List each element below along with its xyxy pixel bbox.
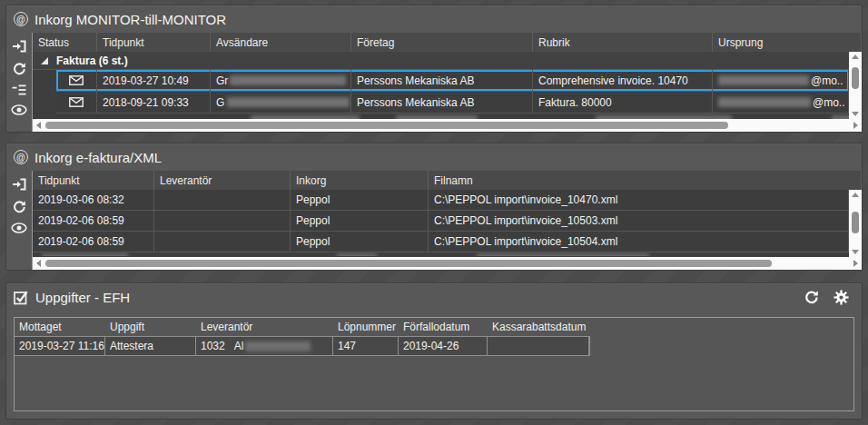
xml-grid-header: Tidpunkt Leverantör Inkorg Filnamn — [33, 171, 862, 190]
inkorg-cell: Peppol — [291, 211, 429, 231]
scroll-up-icon[interactable] — [852, 193, 859, 197]
column-header-avsandare[interactable]: Avsändare — [211, 33, 351, 52]
panel-m2m-titlebar: @ Inkorg MONITOR-till-MONITOR — [6, 5, 862, 33]
preview-eye-icon[interactable] — [11, 222, 27, 233]
panel-m2m-toolbar — [6, 33, 32, 132]
redacted-text — [718, 75, 809, 85]
settings-gear-icon[interactable] — [833, 290, 849, 305]
scrollbar-thumb[interactable] — [852, 67, 859, 89]
group-row-faktura[interactable]: Faktura (6 st.) — [33, 52, 849, 70]
avsandare-cell: G — [211, 92, 351, 113]
m2m-grid-header: Status Tidpunkt Avsändare Företag Rubrik… — [33, 33, 862, 52]
panel-uppgifter-efh: Uppgifter - EFH — [5, 282, 863, 420]
column-header-leverantor[interactable]: Leverantör — [196, 321, 333, 333]
import-inbox-icon[interactable] — [12, 177, 27, 192]
envelope-icon — [69, 75, 84, 85]
scroll-down-icon[interactable] — [852, 112, 859, 116]
leverantor-cell — [154, 232, 291, 252]
status-cell — [56, 92, 97, 113]
leverantor-cell: 1032Al — [196, 337, 333, 355]
column-header-status[interactable]: Status — [33, 33, 97, 52]
table-row[interactable]: 2019-03-27 10:49 Gr Perssons Mekaniska A… — [33, 70, 849, 92]
lopnummer-cell: 147 — [333, 337, 399, 355]
column-header-leverantor[interactable]: Leverantör — [154, 171, 291, 190]
tidpunkt-cell: 2019-03-27 10:49 — [97, 70, 211, 91]
column-header-kassarabattsdatum[interactable]: Kassarabattsdatum — [488, 321, 589, 333]
clipped-row — [33, 252, 849, 256]
inkorg-cell: Peppol — [291, 190, 429, 210]
table-row[interactable]: 2019-02-06 08:59 Peppol C:\PEPPOL import… — [33, 211, 849, 232]
ursprung-cell: @mo.. — [713, 70, 849, 91]
scroll-left-icon[interactable] — [36, 260, 41, 267]
tidpunkt-cell: 2019-03-06 08:32 — [33, 190, 154, 210]
vertical-scrollbar[interactable] — [849, 52, 862, 119]
column-header-tidpunkt[interactable]: Tidpunkt — [33, 171, 154, 190]
status-cell — [56, 70, 97, 91]
checked-task-icon — [14, 290, 29, 305]
tidpunkt-cell: 2019-02-06 08:59 — [33, 232, 154, 252]
efh-grid: Mottaget Uppgift Leverantör Löpnummer Fö… — [14, 317, 854, 411]
redacted-text — [227, 97, 350, 107]
import-inbox-icon[interactable] — [12, 39, 27, 54]
leverantor-cell — [154, 211, 291, 231]
panel-xml-toolbar — [6, 171, 32, 270]
column-header-rubrik[interactable]: Rubrik — [533, 33, 713, 52]
monitor-logo-icon: @ — [14, 12, 28, 26]
table-row[interactable]: 2019-03-27 11:16 Attestera 1032Al 147 20… — [15, 336, 590, 356]
scroll-up-icon[interactable] — [852, 54, 859, 59]
monitor-erp-workspace: { "accent_color": "#2ba3e8", "icons": { … — [0, 0, 868, 425]
scrollbar-thumb[interactable] — [852, 212, 859, 233]
scroll-left-icon[interactable] — [36, 122, 41, 129]
table-row[interactable]: 2019-02-06 08:59 Peppol C:\PEPPOL import… — [33, 232, 849, 252]
leverantor-cell — [154, 190, 291, 210]
column-header-filnamn[interactable]: Filnamn — [429, 171, 862, 190]
column-header-forfallodatum[interactable]: Förfallodatum — [399, 321, 488, 333]
avsandare-cell: Gr — [211, 70, 351, 91]
horizontal-scrollbar[interactable] — [33, 119, 862, 132]
selected-row-cells[interactable]: 2019-03-27 10:49 Gr Perssons Mekaniska A… — [56, 70, 849, 92]
mottaget-cell: 2019-03-27 11:16 — [15, 337, 105, 355]
column-header-ursprung[interactable]: Ursprung — [713, 33, 862, 52]
ursprung-cell: @mo.. — [713, 92, 849, 113]
panel-efh-titlebar: Uppgifter - EFH — [6, 283, 862, 311]
scroll-right-icon[interactable] — [853, 122, 858, 129]
table-row[interactable]: 2018-09-21 09:33 G Perssons Mekaniska AB… — [33, 92, 849, 114]
tidpunkt-cell: 2018-09-21 09:33 — [97, 92, 211, 113]
horizontal-scrollbar[interactable] — [33, 257, 862, 270]
scrollbar-thumb[interactable] — [45, 122, 728, 129]
xml-grid: Tidpunkt Leverantör Inkorg Filnamn 2019-… — [32, 171, 862, 270]
filnamn-cell: C:\PEPPOL import\invoice_10470.xml — [429, 190, 849, 210]
scroll-right-icon[interactable] — [853, 260, 858, 267]
uppgift-cell: Attestera — [105, 337, 196, 355]
scroll-down-icon[interactable] — [852, 250, 859, 254]
foretag-cell: Perssons Mekaniska AB — [351, 92, 533, 113]
panel-inkorg-efaktura-xml: @ Inkorg e-faktura/XML Tidpunkt Leverant… — [5, 143, 863, 271]
column-header-uppgift[interactable]: Uppgift — [105, 321, 196, 333]
refresh-icon[interactable] — [12, 62, 26, 76]
foretag-cell: Perssons Mekaniska AB — [351, 70, 533, 91]
panel-efh-title: Uppgifter - EFH — [35, 290, 130, 305]
vertical-scrollbar[interactable] — [849, 190, 862, 257]
redacted-text — [718, 97, 811, 107]
column-header-lopnummer[interactable]: Löpnummer — [333, 321, 399, 333]
efh-grid-header: Mottaget Uppgift Leverantör Löpnummer Fö… — [15, 318, 853, 336]
scrollbar-thumb[interactable] — [45, 260, 772, 267]
refresh-icon[interactable] — [804, 290, 819, 305]
panel-xml-titlebar: @ Inkorg e-faktura/XML — [6, 143, 862, 171]
table-row[interactable]: 2019-03-06 08:32 Peppol C:\PEPPOL import… — [33, 190, 849, 211]
filnamn-cell: C:\PEPPOL import\invoice_10503.xml — [429, 211, 849, 231]
group-expanded-icon[interactable] — [41, 57, 48, 64]
column-header-mottaget[interactable]: Mottaget — [15, 321, 105, 333]
column-header-foretag[interactable]: Företag — [351, 33, 533, 52]
tidpunkt-cell: 2019-02-06 08:59 — [33, 211, 154, 231]
envelope-icon — [69, 97, 84, 107]
filnamn-cell: C:\PEPPOL import\invoice_10504.xml — [429, 232, 849, 252]
preview-eye-icon[interactable] — [11, 104, 27, 115]
refresh-icon[interactable] — [12, 200, 26, 214]
column-header-inkorg[interactable]: Inkorg — [291, 171, 429, 190]
redacted-text — [245, 341, 311, 351]
collapse-groups-icon[interactable] — [12, 84, 26, 96]
forfallodatum-cell: 2019-04-26 — [399, 337, 488, 355]
group-label: Faktura (6 st.) — [56, 54, 128, 67]
column-header-tidpunkt[interactable]: Tidpunkt — [97, 33, 211, 52]
